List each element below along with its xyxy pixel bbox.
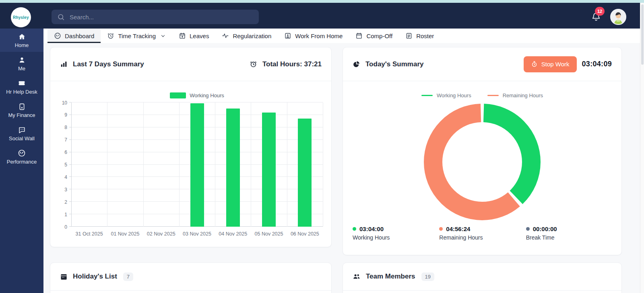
sidebar-item-performance[interactable]: Performance bbox=[0, 145, 43, 168]
card-title: Last 7 Days Summary bbox=[73, 60, 144, 68]
avatar[interactable] bbox=[610, 9, 626, 25]
bar-chart-icon bbox=[60, 60, 68, 68]
card-header: Today's Summary Stop Work 03:04:09 bbox=[343, 47, 621, 81]
tab-leaves[interactable]: Leaves bbox=[172, 29, 215, 43]
stat-break-time: 00:00:00 Break Time bbox=[526, 225, 613, 241]
work-timer: 03:04:09 bbox=[582, 60, 612, 68]
card-title: Team Members bbox=[366, 273, 415, 281]
tab-label: Dashboard bbox=[65, 33, 94, 39]
main-content: Last 7 Days Summary Total Hours: 37:21 W… bbox=[43, 43, 640, 293]
tab-dashboard[interactable]: Dashboard bbox=[47, 29, 101, 43]
bar-03 Nov 2025 bbox=[190, 103, 204, 227]
stat-time: 03:04:00 bbox=[359, 225, 384, 232]
holidays-count-badge: 7 bbox=[123, 273, 133, 281]
page-scrollbar[interactable] bbox=[640, 3, 644, 293]
tab-label: Work From Home bbox=[295, 33, 343, 39]
todays-summary-card: Today's Summary Stop Work 03:04:09 Worki… bbox=[343, 47, 622, 255]
tab-label: Regularization bbox=[233, 33, 271, 39]
gauge-icon bbox=[18, 149, 26, 157]
pie-chart-icon bbox=[353, 60, 360, 68]
status-dot bbox=[526, 227, 530, 231]
stop-work-button[interactable]: Stop Work bbox=[524, 56, 577, 72]
scrollbar-thumb[interactable] bbox=[641, 4, 644, 65]
tab-label: Leaves bbox=[190, 33, 209, 39]
sidebar-item-label: Hr Help Desk bbox=[6, 89, 37, 94]
donut-chart bbox=[422, 102, 543, 222]
legend-label: Working Hours bbox=[190, 92, 224, 98]
finance-icon bbox=[18, 103, 26, 111]
clipboard-icon bbox=[405, 32, 413, 39]
pulse-icon bbox=[222, 32, 229, 39]
notification-badge: 12 bbox=[595, 7, 605, 16]
team-count-badge: 19 bbox=[421, 273, 434, 281]
sidebar-item-label: My Finance bbox=[8, 113, 35, 118]
stat-label: Remaining Hours bbox=[439, 234, 526, 241]
tab-regularization[interactable]: Regularization bbox=[215, 29, 278, 43]
holidays-list-card: Holiday's List 7 bbox=[50, 262, 332, 293]
ticket-icon bbox=[18, 79, 26, 87]
calendar-icon bbox=[355, 32, 363, 39]
calendar-filled-icon bbox=[60, 273, 68, 281]
sidebar-item-me[interactable]: Me bbox=[0, 52, 43, 75]
sidebar-item-label: Social Wall bbox=[9, 136, 35, 141]
tab-label: Comp-Off bbox=[366, 33, 392, 39]
bar-chart-x-axis: 31 Oct 202501 Nov 202502 Nov 202503 Nov … bbox=[71, 231, 323, 237]
home-icon bbox=[18, 33, 26, 41]
legend-item: Working Hours bbox=[421, 92, 471, 98]
sidebar-item-social-wall[interactable]: Social Wall bbox=[0, 122, 43, 145]
dashboard-icon bbox=[54, 32, 61, 39]
legend-swatch bbox=[170, 92, 186, 98]
chat-icon bbox=[18, 126, 26, 134]
stat-time: 00:00:00 bbox=[533, 225, 557, 232]
card-title: Today's Summary bbox=[365, 60, 424, 68]
tab-label: Time Tracking bbox=[118, 33, 156, 39]
stopwatch-icon bbox=[531, 61, 538, 68]
sidebar-item-home[interactable]: Home bbox=[0, 29, 43, 52]
tab-time-tracking[interactable]: Time Tracking bbox=[101, 29, 172, 43]
stat-working-hours: 03:04:00 Working Hours bbox=[353, 225, 439, 241]
bar-chart-legend: Working Hours bbox=[71, 92, 323, 98]
status-dot bbox=[439, 227, 443, 231]
team-members-card: Team Members 19 bbox=[343, 262, 622, 293]
module-tabs: Dashboard Time Tracking Leaves Regulariz… bbox=[43, 29, 640, 43]
notifications[interactable]: 12 bbox=[588, 8, 606, 26]
tab-label: Roster bbox=[416, 33, 434, 39]
bar-05 Nov 2025 bbox=[262, 113, 276, 227]
sidebar: Home Me Hr Help Desk My Finance Social W… bbox=[0, 29, 43, 293]
sidebar-item-my-finance[interactable]: My Finance bbox=[0, 98, 43, 122]
person-box-icon bbox=[284, 32, 291, 39]
tab-comp-off[interactable]: Comp-Off bbox=[349, 29, 399, 43]
sidebar-item-label: Me bbox=[18, 66, 25, 71]
search-input[interactable] bbox=[70, 14, 253, 20]
chevron-down-icon bbox=[160, 33, 166, 39]
card-header: Last 7 Days Summary Total Hours: 37:21 bbox=[50, 47, 331, 81]
sidebar-item-hr-help-desk[interactable]: Hr Help Desk bbox=[0, 75, 43, 98]
stat-label: Working Hours bbox=[353, 234, 439, 241]
stop-work-label: Stop Work bbox=[541, 61, 570, 68]
search-icon bbox=[57, 13, 65, 21]
avatar-illustration bbox=[611, 10, 625, 24]
top-accent-strip bbox=[0, 0, 644, 3]
card-title: Holiday's List bbox=[73, 273, 117, 281]
team-icon bbox=[353, 273, 361, 281]
stat-time: 04:56:24 bbox=[446, 225, 470, 232]
card-header: Team Members 19 bbox=[343, 263, 621, 291]
alarm-icon bbox=[107, 32, 114, 39]
total-hours-value: Total Hours: 37:21 bbox=[262, 60, 322, 68]
donut-legend: Working HoursRemaining Hours bbox=[343, 92, 621, 98]
alarm-icon bbox=[250, 60, 257, 68]
tab-work-from-home[interactable]: Work From Home bbox=[278, 29, 349, 43]
user-icon bbox=[18, 56, 26, 64]
search-bar[interactable] bbox=[52, 10, 259, 24]
topbar: Rhysley 12 bbox=[0, 3, 640, 29]
tab-roster[interactable]: Roster bbox=[399, 29, 440, 43]
bar-04 Nov 2025 bbox=[226, 109, 240, 227]
today-stats: 03:04:00 Working Hours 04:56:24 Remainin… bbox=[353, 225, 613, 241]
sidebar-item-label: Performance bbox=[7, 159, 37, 164]
calendar-leave-icon bbox=[179, 32, 186, 39]
logo[interactable]: Rhysley bbox=[11, 7, 31, 27]
stat-label: Break Time bbox=[526, 234, 613, 241]
last-7-days-summary-card: Last 7 Days Summary Total Hours: 37:21 W… bbox=[50, 47, 332, 247]
logo-text: Rhysley bbox=[13, 15, 29, 20]
stat-remaining-hours: 04:56:24 Remaining Hours bbox=[439, 225, 526, 241]
